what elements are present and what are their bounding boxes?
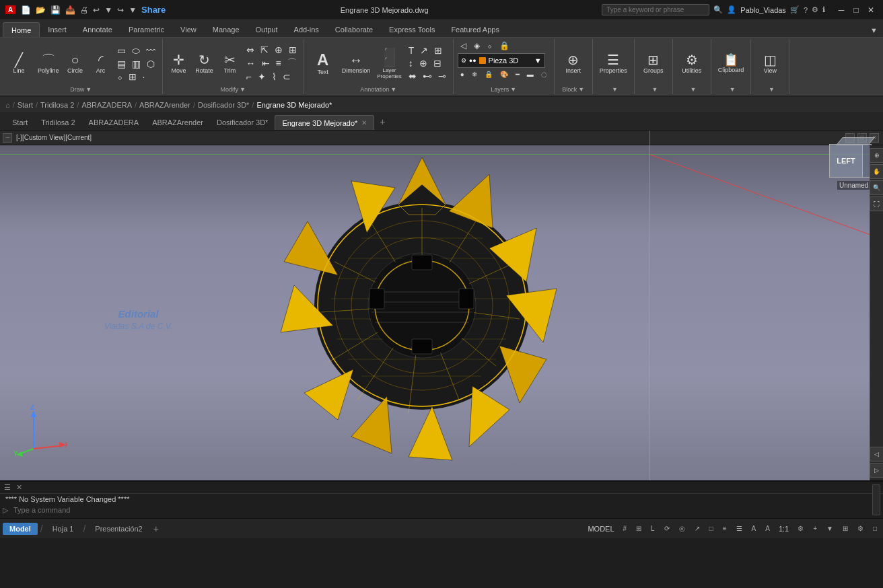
tab-home[interactable]: Home — [3, 22, 40, 37]
point-tool[interactable]: · — [140, 71, 148, 83]
breadcrumb-home-icon[interactable]: ⌂ — [5, 101, 10, 109]
isolate-button[interactable]: □ — [870, 523, 880, 534]
maximize-button[interactable]: □ — [849, 3, 863, 17]
layer-transparency-tool[interactable]: ◌ — [538, 70, 550, 79]
transparency-button[interactable]: ☰ — [733, 523, 746, 534]
offset-tool[interactable]: ≡ — [273, 57, 284, 70]
tab-parametric[interactable]: Parametric — [120, 22, 172, 37]
breadcrumb-tridilosa[interactable]: Tridilosa 2 — [38, 101, 77, 109]
extend-tool[interactable]: ⇤ — [259, 57, 273, 70]
layer-lock-tool[interactable]: 🔒 — [497, 40, 512, 51]
doc-tab-start[interactable]: Start — [5, 115, 34, 130]
orbit-button[interactable]: ⊕ — [870, 148, 884, 163]
mark-tool[interactable]: ⊕ — [417, 57, 430, 69]
layer-current-tool[interactable]: ⬦ — [485, 40, 495, 51]
tab-addins[interactable]: Add-ins — [286, 22, 327, 37]
vp-minimize-button[interactable]: ─ — [3, 133, 12, 143]
3dosnap-button[interactable]: A — [762, 523, 773, 534]
tab-express[interactable]: Express Tools — [381, 22, 443, 37]
selcycle-button[interactable]: A — [748, 523, 760, 534]
text-tool[interactable]: A Text — [308, 50, 338, 77]
ui-settings-button[interactable]: ⚙ — [854, 523, 867, 534]
doc-tab-engrane[interactable]: Engrane 3D Mejorado* ✕ — [275, 115, 374, 130]
statusbar-tab-hoja1[interactable]: Hoja 1 — [46, 523, 81, 535]
leader-tool[interactable]: ↗ — [417, 44, 431, 57]
doc-tab-abrazarender[interactable]: ABRAZArender — [145, 115, 210, 130]
search-icon[interactable]: 🔍 — [713, 5, 723, 14]
scale-tool[interactable]: ⇱ — [258, 44, 271, 56]
tab-output[interactable]: Output — [248, 22, 286, 37]
layer-lock2-tool[interactable]: 🔒 — [482, 70, 495, 79]
help-icon[interactable]: ? — [804, 6, 808, 14]
doc-tab-dosificador[interactable]: Dosificador 3D* — [210, 115, 275, 130]
zoom-extents-button[interactable]: ⛶ — [870, 196, 884, 211]
zoom-button[interactable]: 🔍 — [870, 180, 884, 195]
tab-manage[interactable]: Manage — [205, 22, 248, 37]
breadcrumb-start[interactable]: Start — [15, 101, 36, 109]
layer-selector[interactable]: ⚙ ●● Pieza 3D ▼ — [458, 53, 545, 68]
tab-view[interactable]: View — [172, 22, 205, 37]
layer-off-tool[interactable]: ● — [458, 70, 467, 79]
utilities-expand-icon[interactable]: ▼ — [691, 86, 697, 93]
chamfer-tool[interactable]: ⌐ — [244, 71, 254, 83]
tab-featured[interactable]: Featured Apps — [443, 22, 507, 37]
hatch-tool[interactable]: ▤ — [114, 58, 129, 70]
undo-dropdown-icon[interactable]: ▼ — [103, 5, 114, 15]
settings-icon[interactable]: ⚙ — [812, 5, 818, 14]
saveas-icon[interactable]: 📥 — [64, 5, 77, 15]
trim-tool[interactable]: ✂ Trim — [218, 52, 242, 75]
new-icon[interactable]: 📄 — [20, 5, 32, 15]
draw-expand-icon[interactable]: ▼ — [85, 86, 92, 93]
view-expand-icon[interactable]: ▼ — [769, 86, 775, 93]
layer-color-tool[interactable]: 🎨 — [497, 70, 511, 79]
mirror-tool[interactable]: ⇔ — [244, 44, 257, 56]
groups-tool[interactable]: ⊞ Groups — [639, 52, 668, 75]
pan-button[interactable]: ✋ — [870, 164, 884, 179]
workspace-button[interactable]: ⊞ — [839, 523, 851, 534]
clipboard-expand-icon[interactable]: ▼ — [730, 86, 736, 93]
ann3-tool[interactable]: ⬌ — [406, 70, 419, 82]
otrack-button[interactable]: ↗ — [691, 523, 703, 534]
doc-tab-close-icon[interactable]: ✕ — [361, 119, 367, 126]
rectangle-tool[interactable]: ▭ — [114, 44, 129, 57]
layer-freeze-tool[interactable]: ❄ — [469, 70, 480, 79]
utilities-tool[interactable]: ⚙ Utilities — [677, 52, 707, 75]
tab-insert[interactable]: Insert — [40, 22, 75, 37]
dynin-button[interactable]: □ — [706, 523, 717, 534]
arc-tool[interactable]: ◜ Arc — [89, 52, 113, 75]
ann5-tool[interactable]: ⊸ — [435, 70, 449, 82]
open-icon[interactable]: 📂 — [34, 5, 47, 15]
breadcrumb-abrazarender[interactable]: ABRAZArender — [137, 101, 193, 109]
layer-properties-tool[interactable]: ⬛⬛ LayerProperties — [374, 46, 404, 81]
array-tool[interactable]: ⊞ — [286, 44, 299, 56]
undo-icon[interactable]: ↩ — [92, 5, 101, 15]
statusbar-tab-presentacion2[interactable]: Presentación2 — [88, 523, 149, 535]
cmd-scrollbar[interactable] — [872, 484, 880, 515]
layers-expand-icon[interactable]: ▼ — [510, 86, 516, 93]
info-icon[interactable]: ℹ — [822, 5, 825, 14]
doc-tab-abrazadera[interactable]: ABRAZADERA — [82, 115, 146, 130]
redo-dropdown-icon[interactable]: ▼ — [127, 5, 138, 15]
cmd-input-field[interactable] — [11, 506, 870, 514]
layer-lineweight-tool[interactable]: ▬ — [524, 70, 536, 79]
lweight-button[interactable]: ≡ — [719, 523, 730, 534]
copy-tool[interactable]: ⊕ — [272, 44, 285, 56]
save-icon[interactable]: 💾 — [49, 5, 62, 15]
layer-match-tool[interactable]: ◈ — [471, 40, 483, 51]
explode-tool[interactable]: ✦ — [255, 71, 269, 83]
clipboard-tool[interactable]: 📋 Clipboard — [715, 52, 747, 75]
share-button[interactable]: Share — [140, 5, 167, 15]
ann4-tool[interactable]: ⊷ — [420, 70, 435, 82]
cart-icon[interactable]: 🛒 — [790, 5, 800, 14]
print-icon[interactable]: 🖨 — [79, 5, 90, 15]
breadcrumb-current[interactable]: Engrane 3D Mejorado* — [254, 101, 334, 109]
cmd-menu-button[interactable]: ☰ — [3, 483, 12, 492]
annotation-expand-icon[interactable]: ▼ — [390, 86, 396, 93]
modify-expand-icon[interactable]: ▼ — [240, 86, 246, 93]
table2-tool[interactable]: ⊞ — [431, 44, 445, 57]
prev-view-button[interactable]: ◁ — [870, 447, 884, 462]
dim2-tool[interactable]: ↕ — [406, 57, 416, 69]
dimension-tool[interactable]: ↔ Dimension — [339, 52, 374, 75]
tab-annotate[interactable]: Annotate — [75, 22, 120, 37]
move-tool[interactable]: ✛ Move — [167, 52, 191, 75]
